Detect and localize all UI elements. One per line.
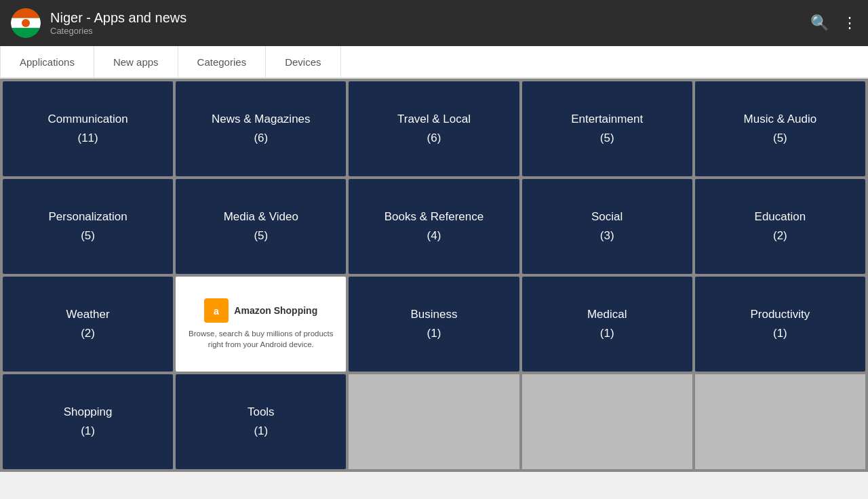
category-tile-tools[interactable]: Tools (1): [176, 374, 346, 469]
category-count: (2): [773, 229, 787, 243]
tab-devices[interactable]: Devices: [266, 46, 340, 77]
empty-tile-1: [349, 374, 519, 469]
category-count: (1): [427, 327, 441, 340]
category-tile-entertainment[interactable]: Entertainment (5): [522, 81, 692, 176]
category-tile-communication[interactable]: Communication (11): [3, 81, 173, 176]
tab-applications[interactable]: Applications: [0, 46, 94, 77]
nav-tabs: Applications New apps Categories Devices: [0, 46, 868, 79]
app-title: Niger - Apps and news: [50, 10, 186, 26]
categories-grid: Communication (11) News & Magazines (6) …: [0, 79, 868, 472]
category-count: (5): [773, 132, 787, 145]
svg-rect-2: [11, 8, 41, 18]
category-count: (5): [254, 229, 268, 243]
category-count: (6): [427, 132, 441, 145]
category-name: Communication: [48, 113, 128, 126]
category-count: (1): [81, 424, 95, 438]
category-tile-personalization[interactable]: Personalization (5): [3, 179, 173, 274]
ad-title: Amazon Shopping: [234, 305, 317, 316]
category-name: Weather: [66, 308, 110, 321]
category-count: (3): [600, 229, 614, 243]
category-tile-medical[interactable]: Medical (1): [522, 277, 692, 372]
category-name: Productivity: [750, 308, 810, 321]
category-name: Social: [591, 210, 623, 224]
app-header: Niger - Apps and news Categories 🔍 ⋮: [0, 0, 868, 46]
header-actions: 🔍 ⋮: [810, 14, 857, 32]
category-name: Shopping: [64, 405, 113, 419]
category-count: (6): [254, 132, 268, 145]
category-name: Entertainment: [571, 113, 643, 126]
ad-tile-amazon[interactable]: a Amazon Shopping Browse, search & buy m…: [176, 277, 346, 372]
category-tile-shopping[interactable]: Shopping (1): [3, 374, 173, 469]
svg-text:a: a: [214, 306, 219, 317]
category-tile-business[interactable]: Business (1): [349, 277, 519, 372]
category-name: Media & Video: [224, 210, 298, 224]
category-count: (4): [427, 229, 441, 243]
category-tile-music[interactable]: Music & Audio (5): [695, 81, 865, 176]
category-name: Travel & Local: [397, 113, 471, 126]
category-name: Tools: [248, 405, 275, 419]
search-icon[interactable]: 🔍: [810, 14, 829, 32]
category-tile-travel[interactable]: Travel & Local (6): [349, 81, 519, 176]
category-name: Music & Audio: [744, 113, 817, 126]
tab-new-apps[interactable]: New apps: [94, 46, 178, 77]
category-count: (5): [600, 132, 614, 145]
category-tile-media[interactable]: Media & Video (5): [176, 179, 346, 274]
category-name: Medical: [587, 308, 627, 321]
more-menu-icon[interactable]: ⋮: [842, 14, 857, 32]
header-left: Niger - Apps and news Categories: [11, 8, 186, 38]
category-count: (2): [81, 327, 95, 340]
category-count: (1): [254, 424, 268, 438]
category-tile-productivity[interactable]: Productivity (1): [695, 277, 865, 372]
svg-point-5: [22, 19, 30, 27]
category-name: News & Magazines: [212, 113, 311, 126]
empty-tile-3: [695, 374, 865, 469]
ad-description: Browse, search & buy millions of product…: [184, 328, 338, 350]
category-name: Education: [755, 210, 806, 224]
category-count: (1): [600, 327, 614, 340]
ad-header: a Amazon Shopping: [204, 298, 317, 323]
category-name: Business: [411, 308, 458, 321]
category-tile-news[interactable]: News & Magazines (6): [176, 81, 346, 176]
category-count: (5): [81, 229, 95, 243]
category-tile-weather[interactable]: Weather (2): [3, 277, 173, 372]
empty-tile-2: [522, 374, 692, 469]
category-count: (1): [773, 327, 787, 340]
category-name: Personalization: [48, 210, 127, 224]
tab-categories[interactable]: Categories: [178, 46, 267, 77]
amazon-icon: a: [204, 298, 229, 323]
flag-icon: [11, 8, 41, 38]
category-name: Books & Reference: [384, 210, 484, 224]
header-titles: Niger - Apps and news Categories: [50, 10, 186, 36]
app-subtitle: Categories: [50, 26, 186, 36]
category-count: (11): [77, 132, 98, 145]
category-tile-education[interactable]: Education (2): [695, 179, 865, 274]
category-tile-books[interactable]: Books & Reference (4): [349, 179, 519, 274]
svg-rect-4: [11, 28, 41, 38]
category-tile-social[interactable]: Social (3): [522, 179, 692, 274]
